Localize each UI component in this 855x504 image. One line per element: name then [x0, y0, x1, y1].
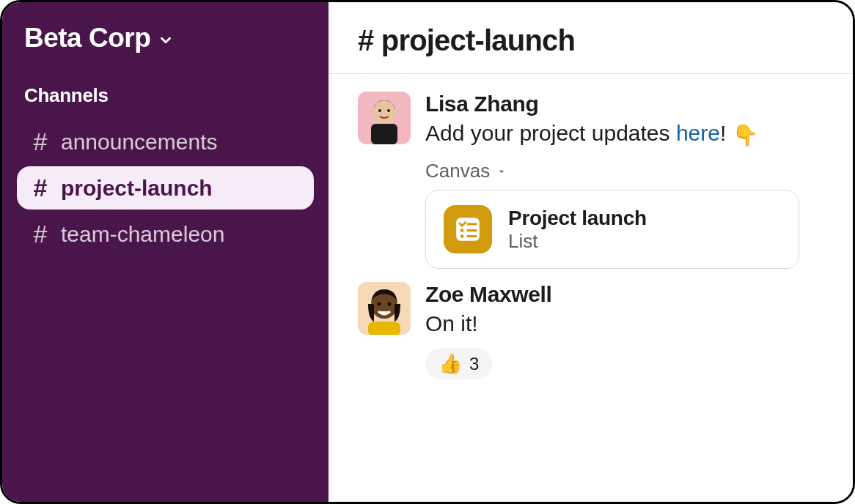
- message-link[interactable]: here: [676, 121, 720, 145]
- app-window: Beta Corp Channels # announcements # pro…: [0, 0, 855, 504]
- canvas-subtitle: List: [508, 230, 647, 253]
- hash-icon: #: [30, 127, 51, 156]
- channel-item-project-launch[interactable]: # project-launch: [17, 166, 314, 210]
- workspace-switcher[interactable]: Beta Corp: [17, 23, 314, 53]
- svg-point-14: [388, 303, 392, 306]
- canvas-list-icon: [444, 205, 492, 253]
- message: Zoe Maxwell On it! 👍 3: [358, 282, 823, 379]
- svg-point-9: [460, 234, 464, 238]
- workspace-name: Beta Corp: [24, 23, 150, 53]
- svg-point-7: [460, 229, 464, 232]
- channel-item-label: project-launch: [61, 176, 213, 201]
- main-panel: # project-launch: [329, 2, 853, 502]
- point-down-emoji: 👇: [733, 124, 758, 147]
- message-author[interactable]: Lisa Zhang: [425, 92, 823, 116]
- thumbs-up-emoji: 👍: [438, 352, 462, 375]
- channel-item-announcements[interactable]: # announcements: [17, 120, 314, 163]
- canvas-card[interactable]: Project launch List: [425, 190, 799, 269]
- channel-name: project-launch: [381, 24, 575, 56]
- svg-rect-2: [371, 124, 397, 144]
- message-list: Lisa Zhang Add your project updates here…: [329, 74, 853, 502]
- canvas-title: Project launch: [508, 207, 647, 230]
- channel-list: # announcements # project-launch # team-…: [17, 120, 314, 256]
- channel-item-team-chameleon[interactable]: # team-chameleon: [17, 212, 314, 256]
- svg-point-13: [378, 303, 381, 306]
- channel-header: # project-launch: [329, 2, 853, 74]
- message-text-prefix: Add your project updates: [425, 121, 676, 145]
- message-body: Lisa Zhang Add your project updates here…: [425, 92, 823, 269]
- svg-point-3: [378, 109, 381, 112]
- hash-prefix: #: [358, 24, 381, 56]
- channel-title[interactable]: # project-launch: [358, 24, 823, 57]
- caret-down-icon: [496, 166, 507, 177]
- sidebar: Beta Corp Channels # announcements # pro…: [2, 2, 329, 502]
- reaction-thumbs-up[interactable]: 👍 3: [425, 348, 492, 379]
- attachment-type: Canvas: [425, 160, 490, 182]
- svg-rect-15: [368, 322, 400, 335]
- avatar[interactable]: [358, 282, 411, 335]
- message-text-suffix: !: [720, 121, 733, 145]
- hash-icon: #: [30, 220, 51, 248]
- canvas-meta: Project launch List: [508, 207, 647, 253]
- svg-point-4: [387, 109, 390, 112]
- reaction-count: 3: [469, 354, 479, 374]
- channel-item-label: announcements: [61, 130, 218, 155]
- message-body: Zoe Maxwell On it! 👍 3: [425, 282, 823, 379]
- avatar[interactable]: [358, 92, 411, 144]
- message-text: On it!: [425, 308, 823, 339]
- channel-item-label: team-chameleon: [61, 222, 224, 247]
- attachment-label[interactable]: Canvas: [425, 160, 823, 182]
- message-author[interactable]: Zoe Maxwell: [425, 282, 823, 307]
- chevron-down-icon: [158, 32, 174, 48]
- sidebar-section-header: Channels: [17, 84, 314, 107]
- message-text: Add your project updates here! 👇: [425, 118, 823, 149]
- hash-icon: #: [30, 174, 51, 202]
- message: Lisa Zhang Add your project updates here…: [358, 92, 823, 269]
